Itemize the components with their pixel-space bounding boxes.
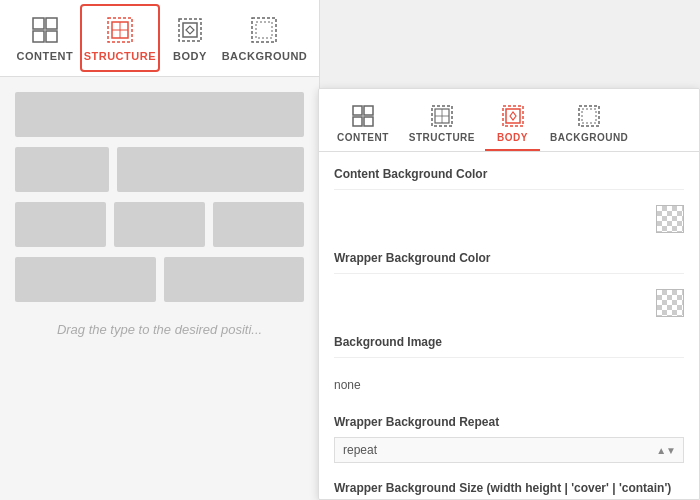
panel-body: Content Background Color Wrapper Backgro… [319, 152, 699, 500]
preview-row-1 [15, 92, 304, 137]
divider [334, 189, 684, 190]
svg-rect-11 [256, 22, 272, 38]
divider [334, 273, 684, 274]
wrapper-repeat-select-wrapper: repeat no-repeat repeat-x repeat-y ▲▼ [334, 437, 684, 463]
content-bg-label: Content Background Color [334, 167, 684, 181]
left-tab-structure-label: STRUCTURE [84, 50, 156, 62]
preview-block [114, 202, 205, 247]
drag-hint: Drag the type to the desired positi... [15, 322, 304, 337]
bg-image-label: Background Image [334, 335, 684, 349]
svg-rect-15 [364, 117, 373, 126]
svg-rect-1 [46, 18, 57, 29]
left-tab-body-label: BODY [173, 50, 207, 62]
right-tab-body[interactable]: BODY [485, 97, 540, 151]
divider [334, 357, 684, 358]
content-icon [29, 14, 61, 46]
preview-row-3 [15, 202, 304, 247]
wrapper-repeat-select[interactable]: repeat no-repeat repeat-x repeat-y [334, 437, 684, 463]
left-tab-content[interactable]: CONTENT [10, 4, 80, 72]
preview-block [15, 147, 109, 192]
right-background-icon [576, 103, 602, 129]
wrapper-repeat-label: Wrapper Background Repeat [334, 415, 684, 429]
svg-rect-14 [353, 117, 362, 126]
background-icon [248, 14, 280, 46]
layout-preview: Drag the type to the desired positi... [0, 77, 319, 352]
right-panel: CONTENT STRUCTURE BODY [318, 88, 700, 500]
svg-rect-12 [353, 106, 362, 115]
svg-rect-3 [46, 31, 57, 42]
right-tab-structure-label: STRUCTURE [409, 132, 475, 143]
wrapper-bg-swatch[interactable] [656, 289, 684, 317]
svg-rect-23 [582, 109, 596, 123]
left-tab-background-label: BACKGROUND [222, 50, 308, 62]
left-tab-body[interactable]: BODY [160, 4, 220, 72]
bg-image-value: none [334, 373, 684, 397]
left-tab-structure[interactable]: STRUCTURE [80, 4, 160, 72]
right-tab-content[interactable]: CONTENT [327, 97, 399, 151]
left-tab-background[interactable]: BACKGROUND [220, 4, 309, 72]
preview-block [213, 202, 304, 247]
preview-row-4 [15, 257, 304, 302]
wrapper-size-field: Wrapper Background Size (width height | … [334, 481, 684, 500]
svg-rect-0 [33, 18, 44, 29]
right-toolbar: CONTENT STRUCTURE BODY [319, 89, 699, 152]
left-toolbar: CONTENT STRUCTURE BODY [0, 0, 319, 77]
svg-rect-13 [364, 106, 373, 115]
bg-image-field: Background Image none [334, 335, 684, 397]
wrapper-repeat-field: Wrapper Background Repeat repeat no-repe… [334, 415, 684, 463]
wrapper-bg-field: Wrapper Background Color [334, 251, 684, 317]
right-tab-structure[interactable]: STRUCTURE [399, 97, 485, 151]
right-body-icon [500, 103, 526, 129]
preview-block [15, 257, 156, 302]
content-bg-field: Content Background Color [334, 167, 684, 233]
body-icon [174, 14, 206, 46]
structure-icon [104, 14, 136, 46]
right-structure-icon [429, 103, 455, 129]
content-bg-swatch[interactable] [656, 205, 684, 233]
right-content-icon [350, 103, 376, 129]
right-tab-content-label: CONTENT [337, 132, 389, 143]
left-tab-content-label: CONTENT [17, 50, 74, 62]
preview-block [15, 202, 106, 247]
right-tab-background[interactable]: BACKGROUND [540, 97, 638, 151]
svg-rect-2 [33, 31, 44, 42]
right-tab-background-label: BACKGROUND [550, 132, 628, 143]
wrapper-size-label: Wrapper Background Size (width height | … [334, 481, 684, 495]
svg-rect-9 [183, 23, 197, 37]
left-panel: CONTENT STRUCTURE BODY [0, 0, 320, 500]
wrapper-bg-label: Wrapper Background Color [334, 251, 684, 265]
preview-row-2 [15, 147, 304, 192]
preview-block [15, 92, 304, 137]
preview-block [164, 257, 305, 302]
right-tab-body-label: BODY [497, 132, 528, 143]
preview-block [117, 147, 304, 192]
